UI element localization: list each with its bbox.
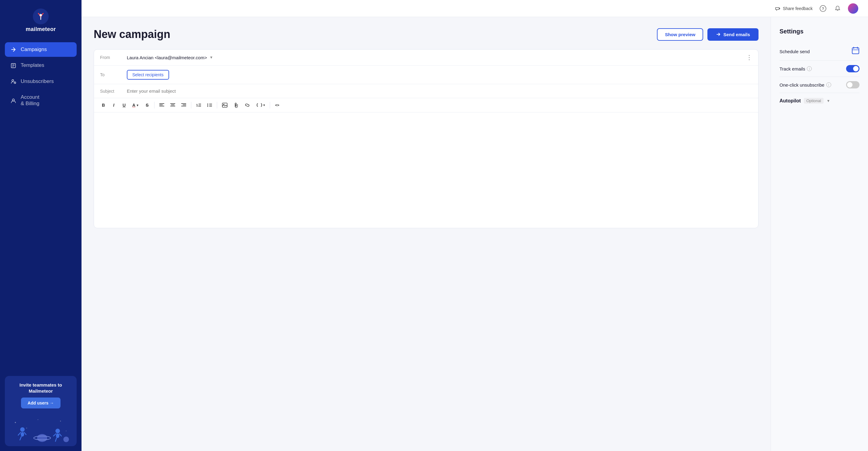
share-feedback-label: Share feedback bbox=[783, 6, 813, 11]
svg-point-27 bbox=[63, 437, 69, 443]
svg-point-10 bbox=[15, 422, 16, 423]
header-actions: Show preview Send emails bbox=[657, 28, 758, 41]
autopilot-row: Autopilot Optional ▼ bbox=[779, 93, 860, 108]
track-emails-toggle[interactable] bbox=[846, 65, 860, 72]
insert-image-button[interactable] bbox=[220, 101, 230, 110]
account-billing-label: Account& Billing bbox=[21, 94, 39, 107]
sidebar-item-account-billing[interactable]: Account& Billing bbox=[5, 90, 76, 111]
svg-point-44 bbox=[208, 104, 208, 104]
toolbar-separator-4 bbox=[270, 102, 270, 108]
sidebar-nav: Campaigns Templates Unsubscribers bbox=[0, 39, 82, 371]
svg-line-24 bbox=[54, 434, 56, 436]
invite-card: Invite teammates to Mailmeteor Add users… bbox=[5, 376, 76, 446]
subject-label: Subject bbox=[100, 89, 122, 94]
svg-line-26 bbox=[55, 438, 57, 441]
email-composer: From Laura Ancian <laura@mailmeteor.com>… bbox=[94, 49, 758, 228]
email-body[interactable] bbox=[94, 112, 758, 228]
bold-button[interactable]: B bbox=[99, 101, 108, 110]
logo-icon bbox=[33, 8, 49, 24]
track-emails-row: Track emails i bbox=[779, 61, 860, 77]
main-content: Share feedback ? New campaign Show previ… bbox=[82, 0, 868, 451]
send-emails-button[interactable]: Send emails bbox=[707, 28, 758, 41]
templates-label: Templates bbox=[21, 62, 44, 68]
align-right-button[interactable] bbox=[179, 101, 189, 110]
logo-text: mailmeteor bbox=[26, 26, 56, 33]
select-recipients-button[interactable]: Select recipients bbox=[127, 70, 169, 79]
track-emails-label: Track emails i bbox=[779, 66, 812, 71]
svg-point-13 bbox=[26, 428, 27, 428]
autopilot-dropdown-arrow[interactable]: ▼ bbox=[827, 99, 830, 103]
unsubscribe-info-icon[interactable]: i bbox=[826, 83, 831, 87]
sidebar-item-campaigns[interactable]: Campaigns bbox=[5, 42, 76, 57]
sidebar-logo: mailmeteor bbox=[0, 0, 82, 39]
subject-field: Subject bbox=[94, 84, 758, 98]
to-field: To Select recipients bbox=[94, 66, 758, 84]
sidebar: mailmeteor Campaigns Templates bbox=[0, 0, 82, 451]
help-icon-button[interactable]: ? bbox=[819, 4, 827, 13]
schedule-send-calendar-icon[interactable] bbox=[851, 46, 860, 56]
from-label: From bbox=[100, 55, 122, 60]
unsubscribe-label: One-click unsubscribe i bbox=[779, 83, 831, 88]
editor-toolbar: B I U A ▼ S bbox=[94, 98, 758, 112]
settings-panel: Settings Schedule send Track emails bbox=[771, 17, 868, 451]
ordered-list-button[interactable]: 1. bbox=[194, 101, 204, 110]
svg-line-25 bbox=[59, 434, 61, 436]
unsubscribe-row: One-click unsubscribe i bbox=[779, 77, 860, 93]
invite-illustration bbox=[10, 416, 72, 446]
schedule-send-label: Schedule send bbox=[779, 49, 810, 54]
autopilot-label: Autopilot bbox=[779, 98, 801, 104]
svg-line-18 bbox=[24, 432, 26, 434]
schedule-send-row: Schedule send bbox=[779, 42, 860, 61]
svg-rect-52 bbox=[852, 48, 859, 54]
topbar: Share feedback ? bbox=[82, 0, 868, 17]
share-feedback-button[interactable]: Share feedback bbox=[775, 6, 813, 11]
insert-link-button[interactable] bbox=[242, 101, 252, 110]
svg-point-20 bbox=[37, 434, 47, 442]
editor-area: New campaign Show preview Send emails Fr… bbox=[82, 17, 771, 451]
strikethrough-button[interactable]: S bbox=[143, 101, 152, 110]
unsubscribe-toggle[interactable] bbox=[846, 81, 860, 89]
sidebar-item-unsubscribers[interactable]: Unsubscribers bbox=[5, 74, 76, 89]
settings-title: Settings bbox=[779, 28, 860, 35]
align-left-button[interactable] bbox=[157, 101, 167, 110]
templates-icon bbox=[10, 63, 17, 69]
campaigns-label: Campaigns bbox=[21, 46, 47, 53]
add-users-button[interactable]: Add users → bbox=[21, 397, 61, 409]
align-center-button[interactable] bbox=[168, 101, 178, 110]
track-emails-info-icon[interactable]: i bbox=[807, 66, 812, 71]
from-dropdown-arrow[interactable]: ▼ bbox=[210, 55, 213, 60]
show-preview-button[interactable]: Show preview bbox=[657, 28, 703, 41]
optional-badge: Optional bbox=[804, 98, 823, 104]
toolbar-separator-2 bbox=[191, 102, 191, 108]
more-options-icon[interactable]: ⋮ bbox=[746, 54, 752, 61]
subject-input[interactable] bbox=[127, 89, 752, 94]
svg-point-46 bbox=[208, 106, 208, 107]
italic-button[interactable]: I bbox=[109, 101, 118, 110]
toolbar-separator-1 bbox=[154, 102, 155, 108]
svg-line-17 bbox=[18, 432, 21, 435]
svg-point-11 bbox=[60, 421, 61, 421]
underline-button[interactable]: U bbox=[120, 101, 129, 110]
svg-text:?: ? bbox=[822, 6, 824, 11]
notification-bell-icon[interactable] bbox=[833, 4, 842, 13]
from-value: Laura Ancian <laura@mailmeteor.com> ▼ bbox=[127, 55, 741, 60]
svg-line-8 bbox=[14, 82, 16, 83]
sidebar-item-templates[interactable]: Templates bbox=[5, 58, 76, 73]
text-color-button[interactable]: A ▼ bbox=[130, 101, 142, 110]
invite-title: Invite teammates to Mailmeteor bbox=[10, 382, 72, 394]
page-title: New campaign bbox=[94, 28, 170, 41]
svg-point-28 bbox=[779, 8, 780, 9]
user-avatar[interactable] bbox=[848, 3, 858, 14]
svg-point-23 bbox=[56, 433, 59, 438]
attach-file-button[interactable] bbox=[231, 101, 241, 110]
html-button[interactable]: <> bbox=[273, 101, 282, 110]
from-field: From Laura Ancian <laura@mailmeteor.com>… bbox=[94, 50, 758, 66]
svg-point-16 bbox=[21, 432, 24, 437]
svg-point-22 bbox=[55, 429, 60, 433]
send-icon bbox=[716, 32, 721, 37]
megaphone-icon bbox=[775, 6, 780, 11]
unordered-list-button[interactable] bbox=[205, 101, 214, 110]
svg-point-14 bbox=[66, 431, 67, 431]
unsubscribers-label: Unsubscribers bbox=[21, 78, 54, 85]
code-block-button[interactable]: { } ▼ bbox=[254, 101, 267, 110]
